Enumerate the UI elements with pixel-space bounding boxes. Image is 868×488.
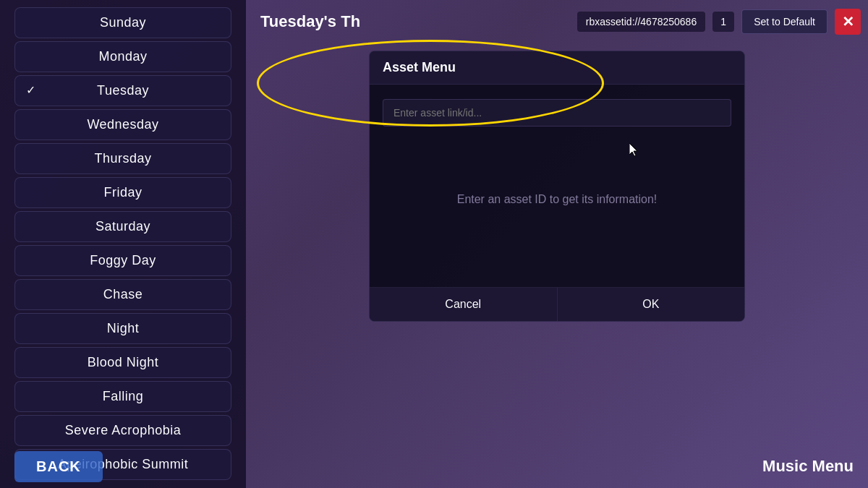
sidebar-item-tuesday[interactable]: ✓Tuesday — [14, 75, 231, 106]
page-title: Tuesday's Th — [260, 12, 360, 31]
sidebar-item-monday[interactable]: Monday — [14, 41, 231, 72]
bottom-bar: BACK Music Menu — [0, 445, 868, 488]
sidebar-item-label: Chase — [103, 287, 143, 301]
sidebar-item-friday[interactable]: Friday — [14, 177, 231, 208]
sidebar-item-label: Sunday — [100, 15, 146, 30]
sidebar-item-chase[interactable]: Chase — [14, 279, 231, 310]
cancel-button[interactable]: Cancel — [370, 288, 558, 321]
asset-id-display: rbxassetid://4678250686 — [577, 12, 705, 32]
ok-button[interactable]: OK — [558, 288, 745, 321]
count-box: 1 — [712, 12, 734, 32]
sidebar-item-falling[interactable]: Falling — [14, 381, 231, 412]
set-default-button[interactable]: Set to Default — [741, 9, 827, 34]
sidebar-item-label: Foggy Day — [90, 253, 156, 267]
sidebar-item-label: Wednesday — [87, 117, 158, 132]
sidebar-item-label: Thursday — [94, 151, 151, 166]
sidebar-item-label: Night — [107, 321, 140, 335]
asset-menu-modal: Asset Menu Enter an asset ID to get its … — [369, 51, 745, 322]
sidebar-item-night[interactable]: Night — [14, 313, 231, 344]
checkmark-icon: ✓ — [26, 83, 36, 97]
sidebar-item-thursday[interactable]: Thursday — [14, 143, 231, 174]
sidebar-item-saturday[interactable]: Saturday — [14, 211, 231, 242]
sidebar-item-label: Tuesday — [97, 83, 149, 98]
sidebar-item-label: Saturday — [95, 219, 150, 234]
sidebar-item-wednesday[interactable]: Wednesday — [14, 109, 231, 140]
modal-title: Asset Menu — [383, 60, 456, 74]
modal-header: Asset Menu — [370, 51, 744, 85]
modal-info-text: Enter an asset ID to get its information… — [457, 135, 658, 264]
sidebar-item-severe-acrophobia[interactable]: Severe Acrophobia — [14, 415, 231, 446]
back-button[interactable]: BACK — [14, 451, 103, 482]
modal-body: Enter an asset ID to get its information… — [370, 85, 744, 287]
sidebar-item-label: Monday — [98, 49, 147, 64]
modal-footer: Cancel OK — [370, 287, 744, 321]
music-menu-label: Music Menu — [762, 457, 854, 476]
sidebar: SundayMonday✓TuesdayWednesdayThursdayFri… — [0, 0, 246, 488]
asset-input[interactable] — [383, 99, 731, 127]
sidebar-item-label: Severe Acrophobia — [65, 423, 182, 437]
sidebar-item-label: Falling — [103, 389, 144, 403]
sidebar-item-sunday[interactable]: Sunday — [14, 7, 231, 38]
modal-overlay: Asset Menu Enter an asset ID to get its … — [246, 43, 868, 445]
sidebar-item-foggy-day[interactable]: Foggy Day — [14, 245, 231, 276]
sidebar-item-blood-night[interactable]: Blood Night — [14, 347, 231, 378]
top-bar: Tuesday's Th rbxassetid://4678250686 1 S… — [246, 0, 868, 43]
close-button[interactable]: ✕ — [835, 9, 861, 35]
sidebar-item-label: Blood Night — [88, 355, 159, 369]
sidebar-item-label: Friday — [103, 185, 142, 200]
